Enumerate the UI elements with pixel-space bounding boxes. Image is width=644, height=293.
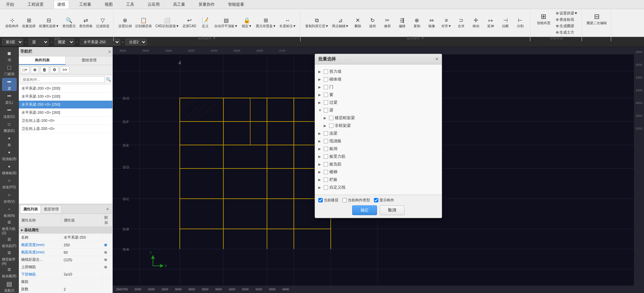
checkbox-stairs[interactable]: [324, 170, 328, 174]
tree-item-connecting-beam[interactable]: ▶ 连梁: [318, 130, 438, 137]
tree-item-window[interactable]: ▶ 窗: [318, 91, 438, 99]
sidebar-close-btn[interactable]: ×: [108, 49, 111, 54]
lower-close-btn[interactable]: ×: [104, 206, 111, 212]
btn-lock[interactable]: 🔒 锁定▼: [240, 10, 254, 35]
btn-batch-select[interactable]: ⊞ 批量选择: [21, 10, 37, 35]
tree-item-shear-wall[interactable]: ▶ 剪力墙: [318, 68, 438, 76]
component-item-200[interactable]: 水平系梁-200 <0> [200]: [19, 85, 112, 93]
tree-item-stairs[interactable]: ▶ 楼梯: [318, 168, 438, 176]
btn-split[interactable]: ⊢ 分割: [513, 10, 527, 35]
tab-view[interactable]: 视图: [101, 0, 116, 9]
nav-item-slab-haunch[interactable]: ≡ 板加腋(B): [2, 266, 17, 279]
tab-start[interactable]: 开始: [3, 0, 17, 9]
tab-quantity[interactable]: 工程量: [76, 0, 95, 9]
nav-item-stair-slab[interactable]: ▪ 楼梯板(B): [2, 163, 17, 176]
tab-cloud[interactable]: 云应用: [144, 0, 163, 9]
btn-length-mark[interactable]: ↔ 长度标注▼: [278, 10, 298, 35]
btn-restore-cad[interactable]: ↩ 还原CAD: [181, 10, 198, 35]
nav-item-beam-g[interactable]: ━ 连梁(G): [2, 106, 17, 119]
nav-item-slab-hole[interactable]: ◦ 板洞(N): [2, 205, 17, 218]
btn-offset[interactable]: ⇶ 偏移: [395, 10, 409, 35]
btn-new-component[interactable]: □+: [20, 66, 30, 73]
btn-break[interactable]: ⊣ 拉断: [498, 10, 513, 35]
btn-gen-ring-beam[interactable]: ⊕ 生成圈梁: [554, 23, 579, 29]
btn-find-element[interactable]: 🔍 查找图元: [61, 10, 77, 35]
nav-item-prefab[interactable]: ▤ 装配式: [2, 280, 17, 293]
btn-identify-floor[interactable]: 📋 识别楼层表: [134, 10, 153, 35]
checkbox-door[interactable]: [324, 85, 328, 89]
nav-item-rebar-s[interactable]: ≡ 板受力筋(S): [2, 219, 17, 234]
checkbox-window[interactable]: [324, 93, 328, 97]
btn-rotate[interactable]: ↻ 旋转: [366, 10, 380, 35]
nav-item-cast-slab[interactable]: ▪ 现浇板(B): [2, 149, 17, 161]
btn-more[interactable]: >>: [60, 66, 69, 73]
btn-trim[interactable]: ✂ 修剪: [380, 10, 394, 35]
tree-item-parapet[interactable]: ▶ 栏板: [318, 176, 438, 184]
btn-merge[interactable]: ⊃ 合并: [454, 10, 468, 35]
btn-find-replace[interactable]: ⇄ 查找替换: [78, 10, 94, 35]
tab-project-settings[interactable]: 工程设置: [24, 0, 47, 9]
sidebar-tab-drawings[interactable]: 图纸管理: [66, 56, 112, 65]
nav-item-slab[interactable]: ▪ 板: [2, 135, 17, 147]
btn-align[interactable]: ≡ 对齐▼: [439, 10, 453, 35]
checkbox-shear-wall[interactable]: [324, 69, 328, 74]
tab-tools[interactable]: 工具: [123, 0, 138, 9]
component-item-bathroom-200[interactable]: 卫生间上器-200 <0>: [19, 125, 112, 133]
btn-delete-component[interactable]: 🗑: [40, 66, 49, 73]
tree-item-cast-slab[interactable]: ▶ 现浇板: [318, 137, 438, 145]
nav-item-floor-strip[interactable]: ≡ 楼层板带(H): [2, 250, 17, 265]
btn-cad-options[interactable]: ⬜ CAD识别选项▼: [154, 10, 180, 35]
tab-attrs[interactable]: 属性列表: [20, 205, 41, 213]
checkbox-custom-line[interactable]: [324, 185, 328, 190]
search-input[interactable]: [20, 76, 105, 83]
nav-item-beam-l[interactable]: ━ 梁(L): [2, 92, 17, 105]
tree-item-neg-rebar[interactable]: ▶ 板负筋: [318, 160, 438, 168]
tree-item-custom-line[interactable]: ▶ 自定义线: [318, 184, 438, 191]
checkbox-non-frame[interactable]: [329, 124, 333, 128]
btn-move[interactable]: ✛ 移动: [469, 10, 483, 35]
btn-copy[interactable]: ⊕ 复制: [410, 10, 424, 35]
tab-advanced[interactable]: 高工量: [170, 0, 189, 9]
nav-item-ramp[interactable]: ▫ 坡道(PD): [2, 177, 17, 190]
btn-extend[interactable]: ↦ 延伸: [484, 10, 498, 35]
nav-item-ring-beam[interactable]: ○ 圈梁(E): [2, 120, 17, 133]
nav-item-wall[interactable]: ■ 墙: [2, 50, 17, 62]
btn-cancel[interactable]: 取消: [380, 205, 405, 215]
checkbox-lintel[interactable]: [324, 100, 328, 105]
checkbox-slab-hole[interactable]: [324, 147, 328, 151]
btn-auto-open[interactable]: ▤ 自动开平顶板▼: [213, 10, 239, 35]
component-item-100[interactable]: 水平系梁-100 <0> [100]: [19, 93, 112, 101]
btn-set-arch[interactable]: ⊕ 设置拱梁▼: [554, 10, 579, 16]
tree-item-masonry-wall[interactable]: ▶ 砌体墙: [318, 76, 438, 83]
tab-layer-mgmt[interactable]: 图层管理: [41, 205, 62, 213]
component-item-bathroom-100[interactable]: 卫生间上器-100 <0>: [19, 117, 112, 125]
nav-item-curtain[interactable]: ▫ 挂帘(V): [2, 191, 17, 204]
checkbox-beam[interactable]: [324, 108, 328, 112]
btn-smart-layout[interactable]: ⊞ 智能布置: [534, 10, 554, 27]
tree-item-beam[interactable]: ▼ 梁: [318, 106, 438, 114]
btn-change-height[interactable]: ⊕ 查改标高: [554, 17, 579, 22]
tree-item-lintel[interactable]: ▶ 过梁: [318, 99, 438, 106]
checkbox-connecting-beam[interactable]: [324, 131, 328, 136]
checkbox-neg-rebar[interactable]: [324, 162, 328, 166]
btn-copy-component[interactable]: ⊕: [31, 66, 39, 73]
checkbox-masonry-wall[interactable]: [324, 77, 328, 82]
btn-copy-to-layer[interactable]: ⧉ 复制到其它层▼: [304, 10, 330, 35]
component-item-260[interactable]: 水平系梁-260 <0> [260]: [19, 109, 112, 117]
checkbox-floor-frame[interactable]: [329, 116, 333, 120]
btn-gen-earthwork[interactable]: ⊕ 生成土方: [554, 30, 579, 35]
tab-modeling[interactable]: 建模: [54, 0, 69, 9]
checkbox-parapet[interactable]: [324, 178, 328, 182]
dialog-close-btn[interactable]: ×: [435, 56, 438, 62]
nav-item-beam[interactable]: ━ 梁: [2, 78, 17, 91]
btn-filter[interactable]: ▽ 过滤筛选: [95, 10, 111, 35]
tree-item-tension-rebar[interactable]: ▶ 板受力筋: [318, 153, 438, 160]
tree-item-non-frame[interactable]: ▶ 非框架梁: [318, 122, 438, 130]
btn-pick-component[interactable]: ⊹ 拾取构件: [4, 10, 20, 35]
option-current-type[interactable]: 当前构件类型: [342, 198, 370, 203]
option-current-layer[interactable]: 当前楼层: [318, 198, 338, 203]
option-show-components[interactable]: 显示构件: [374, 198, 394, 203]
nav-item-rebar-f[interactable]: ≡ 板负筋(F): [2, 236, 17, 248]
btn-delete[interactable]: ✕ 删除: [351, 10, 365, 35]
btn-secondary-edit[interactable]: ⊟ 圈梁二次编辑: [585, 10, 608, 27]
